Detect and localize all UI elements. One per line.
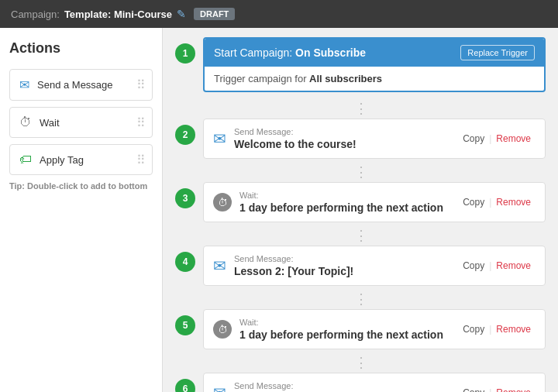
- step-card-actions-6: Copy | Remove: [458, 387, 536, 392]
- step-card-title-2: Welcome to the course!: [234, 138, 450, 150]
- step-card-content-5: Wait: 1 day before performing the next a…: [239, 318, 450, 341]
- connector-3-4: ⋮: [175, 225, 546, 246]
- copy-button-3[interactable]: Copy: [458, 197, 489, 208]
- connector-dots-5: ⋮: [354, 356, 367, 370]
- step-row-6: 6 ✉ Send Message: Lesson 3: [Your Topic]…: [175, 373, 546, 392]
- step-card-actions-4: Copy | Remove: [458, 260, 536, 271]
- action-label-send-message: Send a Message: [37, 79, 113, 91]
- wait-icon-5: ⏱: [213, 320, 232, 339]
- step-card-actions-2: Copy | Remove: [458, 133, 536, 144]
- connector-dots-3: ⋮: [354, 229, 367, 242]
- remove-button-5[interactable]: Remove: [491, 324, 536, 335]
- step-card-content-2: Send Message: Welcome to the course!: [234, 127, 450, 150]
- copy-button-5[interactable]: Copy: [458, 324, 489, 335]
- step-card-label-2: Send Message:: [234, 127, 450, 136]
- connector-4-5: ⋮: [175, 289, 546, 309]
- connector-2-3: ⋮: [175, 162, 546, 182]
- campaign-name: Template: Mini-Course: [64, 9, 172, 20]
- remove-button-3[interactable]: Remove: [491, 197, 536, 208]
- step-number-5: 5: [175, 315, 195, 335]
- clock-icon: ⏱: [19, 115, 32, 129]
- step-card-actions-3: Copy | Remove: [458, 197, 536, 208]
- step-row-2: 2 ✉ Send Message: Welcome to the course!…: [175, 119, 546, 159]
- step-card-title-4: Lesson 2: [Your Topic]!: [234, 265, 450, 277]
- send-message-icon-4: ✉: [213, 257, 226, 274]
- copy-button-4[interactable]: Copy: [458, 260, 489, 271]
- replace-trigger-button[interactable]: Replace Trigger: [460, 45, 535, 60]
- step-card-icon-3: ⏱: [213, 193, 232, 211]
- step-card-icon-6: ✉: [213, 383, 226, 392]
- step-number-2: 2: [175, 125, 195, 145]
- connector-1-2: ⋮: [175, 98, 546, 119]
- tag-icon: 🏷: [19, 153, 32, 167]
- step-card-content-6: Send Message: Lesson 3: [Your Topic]!: [234, 381, 450, 392]
- step-card-actions-5: Copy | Remove: [458, 324, 536, 335]
- step-number-6: 6: [175, 379, 195, 392]
- step-card-3: ⏱ Wait: 1 day before performing the next…: [203, 182, 546, 222]
- sidebar: Actions ✉ Send a Message ⠿ ⏱ Wait ⠿ 🏷 Ap…: [0, 28, 163, 392]
- step-row-4: 4 ✉ Send Message: Lesson 2: [Your Topic]…: [175, 246, 546, 286]
- tip-text: Double-click to add to bottom: [25, 181, 147, 191]
- connector-dots: ⋮: [354, 101, 367, 115]
- action-label-apply-tag: Apply Tag: [40, 154, 84, 166]
- tip-prefix: Tip:: [9, 181, 25, 191]
- campaign-header-card-wrapper: Start Campaign: On Subscribe Replace Tri…: [203, 37, 546, 95]
- step-card-content-4: Send Message: Lesson 2: [Your Topic]!: [234, 254, 450, 277]
- step-card-icon-4: ✉: [213, 256, 226, 275]
- step-card-title-5: 1 day before performing the next action: [239, 328, 450, 341]
- connector-5-6: ⋮: [175, 352, 546, 373]
- content-area: 1 Start Campaign: On Subscribe Replace T…: [163, 28, 558, 392]
- main-layout: Actions ✉ Send a Message ⠿ ⏱ Wait ⠿ 🏷 Ap…: [0, 28, 558, 392]
- wait-icon-3: ⏱: [213, 193, 232, 211]
- campaign-header-card: Start Campaign: On Subscribe Replace Tri…: [203, 37, 546, 92]
- step-number-1: 1: [175, 43, 195, 64]
- step-card-content-3: Wait: 1 day before performing the next a…: [239, 191, 450, 214]
- step-card-label-3: Wait:: [239, 191, 450, 200]
- drag-handle-wait: ⠿: [136, 115, 146, 130]
- step-number-3: 3: [175, 188, 195, 208]
- action-label-wait: Wait: [40, 117, 60, 129]
- connector-dots-2: ⋮: [354, 165, 367, 179]
- step-number-4: 4: [175, 252, 195, 272]
- campaign-label: Campaign:: [11, 9, 60, 20]
- action-item-apply-tag[interactable]: 🏷 Apply Tag ⠿: [9, 144, 153, 175]
- step-card-2: ✉ Send Message: Welcome to the course! C…: [203, 119, 546, 159]
- edit-icon[interactable]: ✎: [177, 8, 186, 20]
- draft-badge: DRAFT: [194, 8, 235, 20]
- campaign-trigger-title: Start Campaign: On Subscribe: [214, 46, 366, 59]
- action-item-wait[interactable]: ⏱ Wait ⠿: [9, 107, 153, 138]
- step-card-label-6: Send Message:: [234, 381, 450, 390]
- trigger-body-prefix: Trigger campaign for: [214, 73, 306, 84]
- step-card-label-4: Send Message:: [234, 254, 450, 263]
- remove-button-6[interactable]: Remove: [491, 387, 536, 392]
- step-card-icon-5: ⏱: [213, 320, 232, 339]
- step-card-5: ⏱ Wait: 1 day before performing the next…: [203, 309, 546, 349]
- send-message-icon-6: ✉: [213, 384, 226, 392]
- campaign-header-body: Trigger campaign for All subscribers: [205, 67, 544, 91]
- step-row-3: 3 ⏱ Wait: 1 day before performing the ne…: [175, 182, 546, 222]
- copy-button-2[interactable]: Copy: [458, 133, 489, 144]
- remove-button-2[interactable]: Remove: [491, 133, 536, 144]
- step-row-5: 5 ⏱ Wait: 1 day before performing the ne…: [175, 309, 546, 349]
- copy-button-6[interactable]: Copy: [458, 387, 489, 392]
- envelope-icon: ✉: [19, 77, 29, 92]
- step-card-4: ✉ Send Message: Lesson 2: [Your Topic]! …: [203, 246, 546, 286]
- sidebar-tip: Tip: Double-click to add to bottom: [9, 181, 153, 191]
- start-campaign-prefix: Start Campaign:: [214, 46, 292, 59]
- step-card-6: ✉ Send Message: Lesson 3: [Your Topic]! …: [203, 373, 546, 392]
- send-message-icon-2: ✉: [213, 130, 226, 147]
- trigger-body-highlight: All subscribers: [309, 73, 382, 84]
- top-bar: Campaign: Template: Mini-Course ✎ DRAFT: [0, 0, 558, 28]
- sidebar-title: Actions: [9, 40, 153, 57]
- action-item-send-message[interactable]: ✉ Send a Message ⠿: [9, 69, 153, 101]
- step-row-1: 1 Start Campaign: On Subscribe Replace T…: [175, 37, 546, 95]
- on-subscribe-text: On Subscribe: [295, 46, 366, 59]
- campaign-header-top: Start Campaign: On Subscribe Replace Tri…: [205, 39, 544, 67]
- step-card-title-3: 1 day before performing the next action: [239, 201, 450, 214]
- remove-button-4[interactable]: Remove: [491, 260, 536, 271]
- drag-handle-send-message: ⠿: [136, 77, 146, 92]
- drag-handle-apply-tag: ⠿: [136, 153, 146, 167]
- step-card-label-5: Wait:: [239, 318, 450, 327]
- step-card-icon-2: ✉: [213, 129, 226, 148]
- connector-dots-4: ⋮: [354, 292, 367, 306]
